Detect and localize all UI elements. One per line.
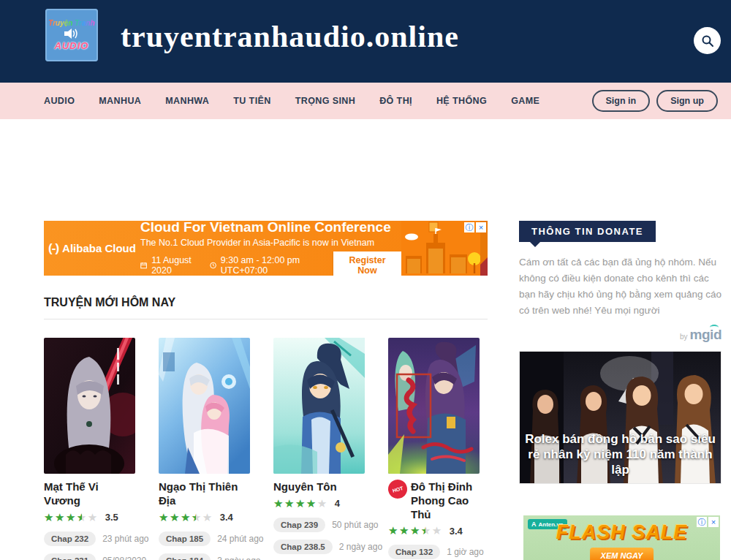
native-ad-caption[interactable]: Rolex bán đồng hồ bản sao siêu rẻ nhân k… <box>520 432 721 477</box>
nav-item-he-thong[interactable]: HỆ THỐNG <box>436 96 487 106</box>
header: Truyện Tranh AUDIO truyentranhaudio.onli… <box>0 0 731 83</box>
star-rating: ★★★★★★★★★★ <box>388 524 443 537</box>
chapter-time: 1 giờ ago <box>447 547 484 557</box>
banner-subtitle: The No.1 Cloud Provider in Asia-Pacific … <box>140 238 401 248</box>
banner-title: Cloud For Vietnam Online Conference <box>140 221 401 235</box>
rating-value: 4 <box>335 498 340 509</box>
mgid-by-label: by <box>680 333 688 341</box>
site-logo[interactable]: Truyện Tranh AUDIO <box>45 9 98 61</box>
comic-cover-do-thi-dinh-phong-cao-thu[interactable] <box>388 338 480 474</box>
comic-title[interactable]: Nguyên Tôn <box>273 480 337 494</box>
donate-text: Cám ơn tất cả các bạn đã ủng hộ nhóm. Nế… <box>519 254 721 318</box>
chapter-link[interactable]: Chap 232 <box>44 531 96 546</box>
chapter-link[interactable]: Chap 239 <box>273 518 325 532</box>
auth-buttons: Sign in Sign up <box>592 90 719 112</box>
rating-value: 3.5 <box>105 512 118 523</box>
site-title[interactable]: truyentranhaudio.online <box>121 19 459 54</box>
chapter-row: Chap 184 3 ngày ago <box>159 553 250 560</box>
comic-title[interactable]: Đô Thị Đỉnh Phong Cao Thủ <box>411 480 480 521</box>
rating-row: ★★★★★★★★★★ 3.4 <box>159 511 250 524</box>
chapter-link[interactable]: Chap 238.5 <box>273 540 333 554</box>
sidebar: THÔNG TIN DONATE Cám ơn tất cả các bạn đ… <box>519 221 721 484</box>
search-button[interactable] <box>694 27 721 54</box>
page: Truyện Tranh AUDIO truyentranhaudio.onli… <box>0 0 731 560</box>
rating-row: ★★★★★★★★★★ 3.4 <box>388 524 480 537</box>
nav-item-manhwa[interactable]: MANHWA <box>165 96 209 106</box>
chapter-time: 24 phút ago <box>217 534 263 544</box>
xem-ngay-button[interactable]: XEM NGAY <box>590 548 654 560</box>
ad-close-icon[interactable]: × <box>476 222 486 232</box>
chapter-row: Chap 132 1 giờ ago <box>388 545 480 559</box>
ad-info-icon[interactable]: ⓘ <box>464 222 474 232</box>
nav-items: AUDIO MANHUA MANHWA TU TIÊN TRỌNG SINH Đ… <box>44 96 539 106</box>
hot-badge: HOT <box>386 477 409 501</box>
chapter-time: 23 phút ago <box>102 534 148 544</box>
flash-sale-title: FLASH SALE <box>523 521 720 544</box>
comic-cover-ngao-thi-thien-dia[interactable] <box>159 338 250 474</box>
speaker-icon <box>64 28 80 39</box>
search-icon <box>701 34 714 48</box>
logo-text-top: Truyện Tranh <box>48 19 95 27</box>
comic-title[interactable]: Ngạo Thị Thiên Địa <box>159 480 250 508</box>
rating-value: 3.4 <box>450 526 463 537</box>
nav-item-tu-tien[interactable]: TU TIÊN <box>233 96 270 106</box>
banner-date: 11 August 2020 <box>151 255 200 276</box>
comic-card: Ngạo Thị Thiên Địa ★★★★★★★★★★ 3.4 Chap 1… <box>159 338 250 560</box>
clock-icon <box>210 261 216 270</box>
comic-card: Nguyên Tôn ★★★★★★★★★★ 4 Chap 239 50 phút… <box>273 338 365 554</box>
banner-time: 9:30 am - 12:00 pm UTC+07:00 <box>221 255 319 276</box>
chapter-link[interactable]: Chap 231 <box>44 553 96 560</box>
alibaba-logo: (-) Alibaba Cloud <box>44 241 140 256</box>
sign-up-button[interactable]: Sign up <box>656 90 718 112</box>
alibaba-ad-banner[interactable]: (-) Alibaba Cloud Cloud For Vietnam Onli… <box>44 221 488 276</box>
mgid-logo: mgid <box>690 327 721 342</box>
alibaba-logo-mark: (-) <box>48 241 58 256</box>
rating-value: 3.4 <box>220 512 233 523</box>
nav-item-trong-sinh[interactable]: TRỌNG SINH <box>295 96 355 106</box>
chapter-row: Chap 238.5 2 ngày ago <box>273 540 365 554</box>
banner-content: Cloud For Vietnam Online Conference The … <box>140 221 401 276</box>
register-now-button[interactable]: Register Now <box>333 251 401 276</box>
chapter-time: 05/08/2020 <box>102 556 146 560</box>
mgid-attribution[interactable]: bymgid <box>519 327 721 343</box>
chapter-row: Chap 239 50 phút ago <box>273 518 365 532</box>
chapter-time: 50 phút ago <box>332 520 378 530</box>
comic-card: HOT Đô Thị Đỉnh Phong Cao Thủ ★★★★★★★★★★… <box>388 338 480 560</box>
chapter-row: Chap 232 23 phút ago <box>44 531 135 546</box>
chapter-row: Chap 185 24 phút ago <box>159 531 250 546</box>
nav-item-do-thi[interactable]: ĐÔ THỊ <box>379 96 412 106</box>
star-rating: ★★★★★★★★★★ <box>273 497 328 510</box>
nav-item-audio[interactable]: AUDIO <box>44 96 75 106</box>
logo-text-audio: AUDIO <box>55 40 89 51</box>
section-title: TRUYỆN MỚI HÔM NAY <box>44 296 175 309</box>
chapter-time: 3 ngày ago <box>217 556 260 560</box>
comic-cover-nguyen-ton[interactable] <box>273 338 365 474</box>
ad-controls: ⓘ × <box>464 222 486 232</box>
comic-cover-mat-the-vi-vuong[interactable] <box>44 338 135 474</box>
nav-item-manhua[interactable]: MANHUA <box>99 96 141 106</box>
star-rating: ★★★★★★★★★★ <box>159 511 213 524</box>
chapter-link[interactable]: Chap 132 <box>388 545 440 559</box>
main-navigation: AUDIO MANHUA MANHWA TU TIÊN TRỌNG SINH Đ… <box>0 83 731 119</box>
rating-row: ★★★★★★★★★★ 4 <box>273 497 365 510</box>
chapter-link[interactable]: Chap 185 <box>159 531 211 546</box>
section-divider <box>44 319 488 319</box>
chapter-link[interactable]: Chap 184 <box>159 553 211 560</box>
sign-in-button[interactable]: Sign in <box>592 90 651 112</box>
rating-row: ★★★★★★★★★★ 3.5 <box>44 511 135 524</box>
chapter-time: 2 ngày ago <box>339 542 382 552</box>
comic-title[interactable]: Mạt Thế Vi Vương <box>44 480 135 508</box>
star-rating: ★★★★★★★★★★ <box>44 511 99 524</box>
calendar-icon <box>140 261 147 270</box>
nav-item-game[interactable]: GAME <box>511 96 539 106</box>
native-ad[interactable]: Rolex bán đồng hồ bản sao siêu rẻ nhân k… <box>519 351 721 484</box>
flash-sale-ad[interactable]: A Anten.vn ⓘ × FLASH SALE XEM NGAY <box>523 515 720 560</box>
donate-title-ribbon: THÔNG TIN DONATE <box>519 221 656 242</box>
chapter-row: Chap 231 05/08/2020 <box>44 553 135 560</box>
new-comics-grid: Mạt Thế Vi Vương ★★★★★★★★★★ 3.5 Chap 232… <box>44 338 488 560</box>
comic-card: Mạt Thế Vi Vương ★★★★★★★★★★ 3.5 Chap 232… <box>44 338 135 560</box>
